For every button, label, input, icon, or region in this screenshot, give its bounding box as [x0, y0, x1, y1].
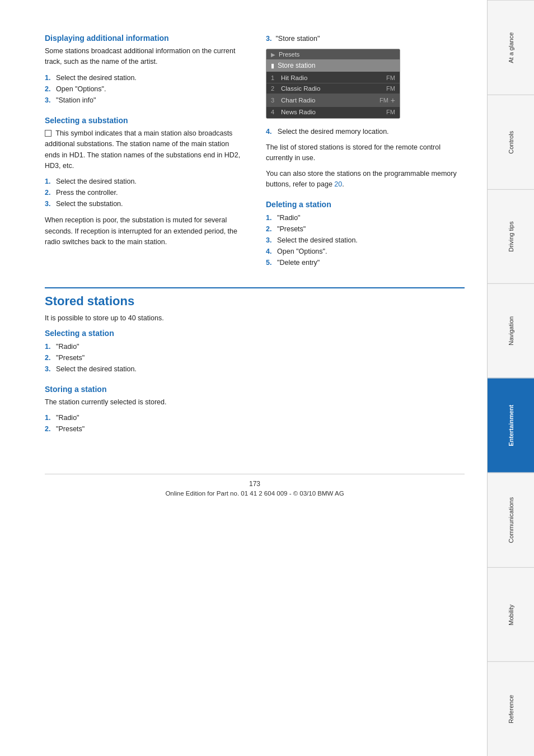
step-num: 3. [45, 363, 50, 375]
step3-num: 3. [266, 35, 271, 43]
heading-stored-stations: Stored stations [45, 287, 465, 309]
step-num: 1. [266, 212, 271, 223]
step-item: 4. Open "Options". [266, 246, 465, 257]
step3-store-station: 3. "Store station" [266, 34, 465, 44]
footer-text: Online Edition for Part no. 01 41 2 604 … [45, 490, 465, 497]
store-icon: ▮ [271, 62, 274, 69]
step-num: 5. [266, 257, 271, 268]
step-num: 1. [45, 341, 50, 352]
preset-band: FM [386, 74, 395, 81]
step-item: 3. Select the substation. [45, 198, 243, 209]
tab-mobility[interactable]: Mobility [488, 567, 534, 662]
note-stored-programmable: You can also store the stations on the p… [266, 169, 465, 190]
step-item: 2. "Presets" [45, 352, 243, 363]
note-stored-remote: The list of stored stations is stored fo… [266, 142, 465, 164]
preset-icon: ▶ [271, 52, 275, 58]
preset-row-4: 4 News Radio FM [266, 107, 400, 117]
step4-num: 4. [266, 128, 271, 136]
step-num: 2. [45, 83, 50, 95]
preset-num: 4 [271, 109, 281, 115]
step-item: 3. Select the desired station. [45, 363, 243, 375]
left-column: Displaying additional information Some s… [45, 34, 243, 274]
preset-band: FM [386, 85, 395, 92]
stored-stations-two-col: Selecting a station 1. "Radio" 2. "Prese… [45, 329, 465, 440]
step-item: 1. Select the desired station. [45, 72, 243, 83]
preset-name: News Radio [281, 109, 386, 115]
text-storing-body: The station currently selected is stored… [45, 397, 243, 408]
steps-storing: 1. "Radio" 2. "Presets" [45, 412, 243, 435]
step-item: 2. "Presets" [45, 423, 243, 435]
stored-right-col [266, 329, 465, 440]
heading-selecting-station-stored: Selecting a station [45, 329, 243, 338]
tab-entertainment[interactable]: Entertainment [488, 378, 534, 473]
preset-row-2: 2 Classic Radio FM [266, 83, 400, 94]
preset-title-bar: ▶ Presets [266, 49, 400, 59]
step-num: 2. [266, 223, 271, 235]
step-item: 2. "Presets" [266, 223, 465, 235]
step-num: 4. [266, 246, 271, 257]
step-item: 1. "Radio" [45, 341, 243, 352]
steps-selecting-stored: 1. "Radio" 2. "Presets" 3. Select the de… [45, 341, 243, 375]
step4-text: 4. Select the desired memory location. [266, 127, 465, 137]
step-item: 5. "Delete entry" [266, 257, 465, 268]
step-num: 1. [45, 412, 50, 423]
tab-at-a-glance[interactable]: At a glance [488, 0, 534, 95]
step-num: 1. [45, 72, 50, 83]
right-tabs: At a glance Controls Driving tips Naviga… [487, 0, 534, 756]
preset-title-text: Presets [279, 51, 299, 58]
step-num: 2. [45, 352, 50, 363]
step-num: 1. [45, 176, 50, 187]
preset-ui-image: ▶ Presets ▮ Store station 1 Hit Radio FM [266, 49, 400, 119]
text-stored-intro: It is possible to store up to 40 station… [45, 313, 465, 324]
heading-displaying-info: Displaying additional information [45, 34, 243, 43]
text-substation-body: This symbol indicates that a main statio… [45, 128, 243, 172]
step-item: 2. Press the controller. [45, 187, 243, 198]
heading-storing-station: Storing a station [45, 385, 243, 394]
substation-symbol-icon [45, 130, 51, 137]
heading-selecting-substation: Selecting a substation [45, 116, 243, 125]
step-item: 3. Select the desired station. [266, 235, 465, 246]
nav-plus-icon: + [391, 96, 395, 105]
text-substation-note: When reception is poor, the substation i… [45, 215, 243, 248]
two-column-layout: Displaying additional information Some s… [45, 34, 465, 274]
preset-band: FM [386, 109, 395, 115]
page-number: 173 [45, 480, 465, 488]
step-item: 2. Open "Options". [45, 83, 243, 95]
step-item: 3. "Station info" [45, 95, 243, 106]
preset-store-row: ▮ Store station [266, 59, 400, 72]
preset-list: 1 Hit Radio FM 2 Classic Radio FM 3 Char… [266, 72, 400, 118]
preset-num: 3 [271, 97, 281, 104]
preset-row-1: 1 Hit Radio FM [266, 73, 400, 83]
step-item: 1. Select the desired station. [45, 176, 243, 187]
right-column: 3. "Store station" ▶ Presets ▮ Store sta… [266, 34, 465, 274]
preset-band: FM [380, 97, 388, 104]
preset-row-3: 3 Chart Radio FM + [266, 94, 400, 107]
page-container: Displaying additional information Some s… [0, 0, 534, 756]
preset-num: 1 [271, 74, 281, 81]
steps-substation: 1. Select the desired station. 2. Press … [45, 176, 243, 209]
step-num: 3. [45, 198, 50, 209]
steps-displaying-info: 1. Select the desired station. 2. Open "… [45, 72, 243, 106]
preset-num: 2 [271, 85, 281, 92]
steps-deleting: 1. "Radio" 2. "Presets" 3. Select the de… [266, 212, 465, 268]
stored-left-col: Selecting a station 1. "Radio" 2. "Prese… [45, 329, 243, 440]
preset-name: Hit Radio [281, 74, 386, 81]
text-displaying-info-body: Some stations broadcast additional infor… [45, 46, 243, 68]
step-num: 3. [266, 235, 271, 246]
step-num: 2. [45, 187, 50, 198]
step-num: 2. [45, 423, 50, 435]
heading-deleting-station: Deleting a station [266, 200, 465, 209]
tab-communications[interactable]: Communications [488, 473, 534, 567]
step-item: 1. "Radio" [266, 212, 465, 223]
step-num: 3. [45, 95, 50, 106]
tab-navigation[interactable]: Navigation [488, 283, 534, 378]
page-footer: 173 Online Edition for Part no. 01 41 2 … [45, 474, 465, 497]
preset-name: Classic Radio [281, 85, 386, 92]
step-item: 1. "Radio" [45, 412, 243, 423]
tab-driving-tips[interactable]: Driving tips [488, 189, 534, 284]
preset-name: Chart Radio [281, 97, 380, 104]
link-page20[interactable]: 20 [334, 180, 342, 188]
tab-controls[interactable]: Controls [488, 95, 534, 189]
store-row-text: Store station [278, 62, 315, 69]
tab-reference[interactable]: Reference [488, 661, 534, 756]
